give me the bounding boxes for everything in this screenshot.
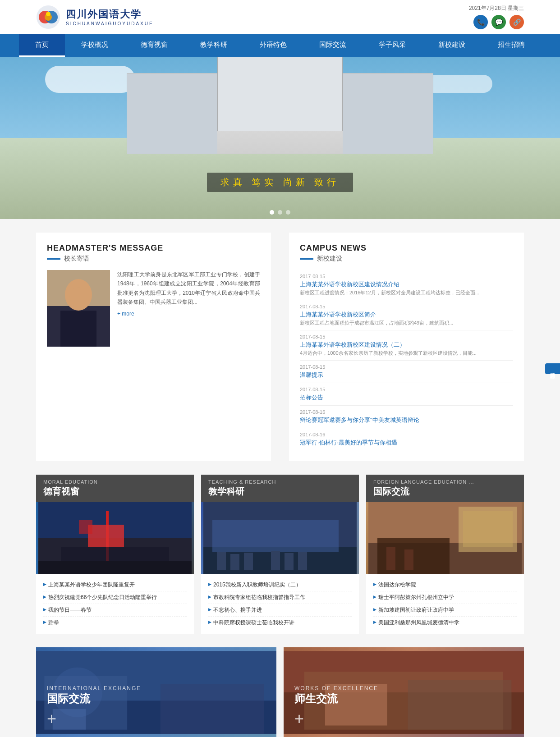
moral-title-cn: 德育视窗 xyxy=(43,485,187,498)
news-title-2[interactable]: 上海某某外语学校新校区建设情况（二） xyxy=(300,341,513,349)
news-item-0: 2017-08-15 上海某某外语学校新校区建设情况介绍 新校区工程进度情况：2… xyxy=(300,270,513,300)
nav-student[interactable]: 学子风采 xyxy=(363,34,422,57)
news-preview-1: 新校区工程占地面积位于成都市温江区，占地面积约49亩，建筑面积... xyxy=(300,320,513,326)
news-item-6: 2017-08-16 冠军行·伯林行-最美好的季节与你相遇 xyxy=(300,428,513,450)
moral-list-item-2[interactable]: 我的节日——春节 xyxy=(43,604,187,617)
logo-area: 四川外国语大学 SICHUANWAIGUOYUDAXUE xyxy=(36,5,154,29)
headmaster-title-en: HEADMASTER'S MESSAGE xyxy=(47,243,260,253)
foreign-list-item-2[interactable]: 新加坡建国初让政府让政府中学 xyxy=(373,604,517,617)
nav-school-overview[interactable]: 学校概况 xyxy=(65,34,124,57)
logo-text: 四川外国语大学 SICHUANWAIGUOYUDAXUE xyxy=(66,8,154,26)
hero-dot-3[interactable] xyxy=(286,210,290,215)
school-name-pinyin: SICHUANWAIGUOYUDAXUE xyxy=(66,21,154,26)
news-title-6[interactable]: 冠军行·伯林行-最美好的季节与你相遇 xyxy=(300,439,513,447)
foreign-list-item-3[interactable]: 美国亚利桑那州凤凰城麦德清中学 xyxy=(373,617,517,629)
logo-icon xyxy=(36,5,60,29)
svg-rect-31 xyxy=(386,547,395,570)
banner-student-en: WORKS OF EXCELLENCE xyxy=(294,685,513,691)
float-right-btn[interactable]: 学校官方网站 xyxy=(545,363,560,374)
teaching-card-header: TEACHING & RESEARCH 教学科研 xyxy=(201,475,359,502)
svg-rect-20 xyxy=(217,552,226,570)
teaching-list-item-3[interactable]: 中科院席权授课硕士莅临我校开讲 xyxy=(208,617,352,629)
top-icons: 📞 💬 🔗 xyxy=(473,15,524,29)
news-date-1: 2017-08-15 xyxy=(300,304,513,309)
moral-list-item-1[interactable]: 热烈庆祝建党66个少先队纪念日活动隆重举行 xyxy=(43,591,187,604)
svg-rect-21 xyxy=(230,554,239,570)
moral-title-en: MORAL EDUCATION xyxy=(43,479,187,485)
nav-newcampus[interactable]: 新校建设 xyxy=(422,34,482,57)
banner-intl[interactable]: INTERNATIONAL EXCHANGE 国际交流 + xyxy=(36,647,276,737)
teaching-list-item-0[interactable]: 2015我校新入职教师培训纪实（二） xyxy=(208,579,352,591)
svg-rect-13 xyxy=(88,525,124,547)
foreign-list-item-0[interactable]: 法国达尔松学院 xyxy=(373,579,517,591)
banner-student[interactable]: WORKS OF EXCELLENCE 师生交流 + xyxy=(284,647,524,737)
svg-rect-14 xyxy=(79,520,92,534)
banner-student-overlay: WORKS OF EXCELLENCE 师生交流 + xyxy=(284,676,524,737)
news-title-4[interactable]: 招标公告 xyxy=(300,394,513,402)
hero-dot-2[interactable] xyxy=(278,210,282,215)
svg-rect-16 xyxy=(38,561,192,574)
svg-point-9 xyxy=(69,287,87,307)
headmaster-photo xyxy=(47,270,110,347)
school-name: 四川外国语大学 xyxy=(66,8,154,21)
svg-rect-25 xyxy=(298,552,307,570)
hero-sign-text: 求真 笃实 尚新 致行 xyxy=(207,173,353,192)
foreign-list-item-1[interactable]: 瑞士平阿彭策尔州孔根州立中学 xyxy=(373,591,517,604)
news-date-2: 2017-08-15 xyxy=(300,334,513,339)
headmaster-title-cn: 校长寄语 xyxy=(47,255,260,263)
foreign-card-header: FOREIGN LANGUAGE EDUCATION ... 国际交流 xyxy=(366,475,524,502)
nav-home[interactable]: 首页 xyxy=(19,34,65,57)
moral-image xyxy=(36,502,194,574)
news-title-0[interactable]: 上海某某外语学校新校区建设情况介绍 xyxy=(300,280,513,288)
news-title-1[interactable]: 上海某某外语学校新校区简介 xyxy=(300,311,513,319)
moral-list-item-0[interactable]: 上海某某外语学校少年团队隆重复开 xyxy=(43,579,187,591)
svg-rect-19 xyxy=(212,520,339,552)
moral-education-card: MORAL EDUCATION 德育视窗 上海某某外语学校少年团队隆重复开 热烈… xyxy=(36,475,194,634)
news-date-3: 2017-08-15 xyxy=(300,364,513,370)
nav-teaching[interactable]: 教学科研 xyxy=(184,34,243,57)
nav-foreign[interactable]: 外语特色 xyxy=(243,34,303,57)
nav-intl[interactable]: 国际交流 xyxy=(303,34,363,57)
teaching-card: TEACHING & RESEARCH 教学科研 2015我校新入职教师培训纪 xyxy=(201,475,359,634)
hero-dots xyxy=(270,210,290,215)
teaching-list-item-2[interactable]: 不忘初心、携手并进 xyxy=(208,604,352,617)
teaching-title-cn: 教学科研 xyxy=(208,485,352,498)
svg-point-4 xyxy=(46,12,50,16)
news-title-3[interactable]: 温馨提示 xyxy=(300,371,513,379)
nav-recruit[interactable]: 招生招聘 xyxy=(482,34,541,57)
hero-dot-1[interactable] xyxy=(270,210,274,215)
news-title-5[interactable]: 辩论赛冠军邀赛多与你分享"中美友城英语辩论 xyxy=(300,416,513,424)
news-date-6: 2017-08-16 xyxy=(300,432,513,437)
banner-two-col: INTERNATIONAL EXCHANGE 国际交流 + WORKS OF E… xyxy=(36,647,524,737)
main-nav: 首页 学校概况 德育视窗 教学科研 外语特色 国际交流 学子风采 新校建设 招生… xyxy=(0,34,560,57)
svg-rect-22 xyxy=(244,553,253,570)
top-right: 2021年7月28日 星期三 📞 💬 🔗 xyxy=(469,5,524,29)
wechat-icon-btn[interactable]: 💬 xyxy=(491,15,506,29)
weibo-icon-btn[interactable]: 🔗 xyxy=(510,15,524,29)
svg-rect-32 xyxy=(404,549,413,570)
news-item-5: 2017-08-16 辩论赛冠军邀赛多与你分享"中美友城英语辩论 xyxy=(300,406,513,428)
news-section: CAMPUS NEWS 新校建设 2017-08-15 上海某某外语学校新校区建… xyxy=(289,233,524,461)
headmaster-content: 沈阳理工大学前身是东北军区军工部工业专门学校，创建于1948年，1960年组建成… xyxy=(47,270,260,350)
banner-student-plus: + xyxy=(294,710,513,728)
news-preview-0: 新校区工程进度情况：2016年12月，新校区对全局建设工程均达标整，已经全面..… xyxy=(300,289,513,296)
svg-rect-29 xyxy=(463,511,513,547)
news-item-4: 2017-08-15 招标公告 xyxy=(300,383,513,406)
teaching-list-item-1[interactable]: 市教科院专家组莅临我校指督指导工作 xyxy=(208,591,352,604)
teaching-image xyxy=(201,502,359,574)
banner-intl-en: INTERNATIONAL EXCHANGE xyxy=(47,685,266,691)
banner-intl-cn: 国际交流 xyxy=(47,691,266,706)
moral-list-item-3[interactable]: 跆拳 xyxy=(43,617,187,629)
news-item-1: 2017-08-15 上海某某外语学校新校区简介 新校区工程占地面积位于成都市温… xyxy=(300,300,513,330)
phone-icon-btn[interactable]: 📞 xyxy=(473,15,488,29)
banner-intl-overlay: INTERNATIONAL EXCHANGE 国际交流 + xyxy=(36,676,276,737)
news-title-en: CAMPUS NEWS xyxy=(300,243,513,253)
foreign-title-cn: 国际交流 xyxy=(373,485,517,498)
header: 四川外国语大学 SICHUANWAIGUOYUDAXUE 2021年7月28日 … xyxy=(0,0,560,34)
hero-building-bg: 求真 笃实 尚新 致行 xyxy=(0,57,560,219)
main-content: HEADMASTER'S MESSAGE 校长寄语 沈阳理工大学前身是东北军 xyxy=(0,219,560,737)
foreign-title-en: FOREIGN LANGUAGE EDUCATION ... xyxy=(373,479,517,485)
moral-card-header: MORAL EDUCATION 德育视窗 xyxy=(36,475,194,502)
nav-moral[interactable]: 德育视窗 xyxy=(124,34,184,57)
hero-overlay: 求真 笃实 尚新 致行 xyxy=(0,57,560,219)
